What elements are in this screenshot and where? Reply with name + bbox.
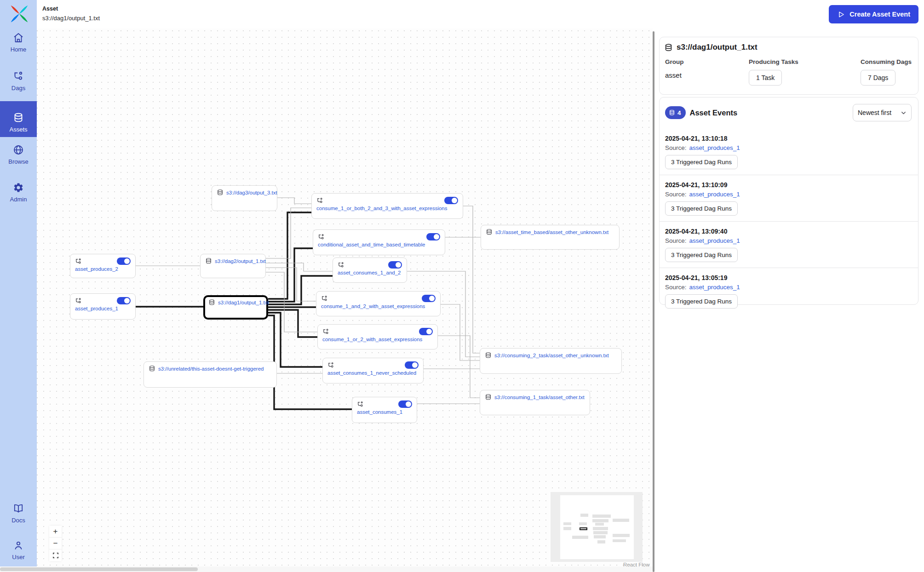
reactflow-attribution: React Flow: [623, 562, 650, 566]
graph-node-label[interactable]: asset_produces_2: [75, 266, 131, 272]
sidebar-item-label: Assets: [9, 126, 27, 133]
sidebar-item-browse[interactable]: Browse: [0, 141, 37, 165]
sidebar-item-dags[interactable]: Dags: [0, 67, 37, 92]
horizontal-scrollbar[interactable]: [0, 566, 653, 572]
asset-event-item: 2025-04-21, 13:10:18Source:asset_produce…: [660, 129, 918, 175]
graph-node-label[interactable]: s3://dag3/output_3.txt: [226, 190, 277, 195]
event-source-link[interactable]: asset_produces_1: [689, 191, 740, 198]
event-source-link[interactable]: asset_produces_1: [689, 284, 740, 291]
asset-details-panel: s3://dag1/output_1.txt GroupassetProduci…: [654, 29, 924, 572]
dag-pause-toggle[interactable]: [419, 328, 433, 335]
triggered-dag-runs-button[interactable]: 3 Triggered Dag Runs: [665, 294, 738, 309]
graph-node-label[interactable]: s3://asset_time_based/asset_other_unknow…: [495, 229, 608, 235]
details-value-button[interactable]: 7 Dags: [861, 70, 895, 86]
dag-pause-toggle[interactable]: [405, 361, 419, 369]
panel-resize-handle[interactable]: [653, 31, 654, 572]
minimap-node-consume-1-and-2: [593, 527, 608, 530]
asset-event-item: 2025-04-21, 13:10:09Source:asset_produce…: [660, 175, 918, 221]
dag-pause-toggle[interactable]: [426, 233, 440, 240]
graph-node-consuming-2-task-out[interactable]: s3://consuming_2_task/asset_other_unknow…: [480, 348, 622, 374]
event-timestamp: 2025-04-21, 13:09:40: [665, 227, 912, 236]
asset-events-title: Asset Events: [690, 109, 738, 117]
graph-node-asset-time-based-out[interactable]: s3://asset_time_based/asset_other_unknow…: [481, 225, 620, 250]
graph-node-asset-produces-2[interactable]: asset_produces_2: [70, 254, 136, 278]
toggle-knob: [124, 298, 130, 303]
minimap-node-dag2-output-1: [579, 522, 587, 526]
graph-edge-consume-1-and-2-to-consuming-2-task-out: [441, 304, 480, 360]
graph-node-label[interactable]: asset_consumes_1_never_scheduled: [327, 370, 419, 376]
graph-node-label[interactable]: s3://dag1/output_1.txt: [218, 300, 269, 305]
triggered-dag-runs-button[interactable]: 3 Triggered Dag Runs: [665, 201, 738, 216]
sidebar-item-assets[interactable]: Assets: [0, 101, 37, 137]
graph-node-label[interactable]: consume_1_or_2_with_asset_expressions: [322, 337, 433, 342]
graph-edge-dag1-output-1-to-consume-1-or-2: [268, 310, 317, 337]
zoom-out-button[interactable]: −: [49, 538, 62, 549]
graph-node-asset-consumes-1-never-scheduled[interactable]: asset_consumes_1_never_scheduled: [322, 358, 424, 383]
dag-pause-toggle[interactable]: [388, 261, 402, 269]
graph-node-consume-1-or-both-2-and-3[interactable]: consume_1_or_both_2_and_3_with_asset_exp…: [311, 193, 463, 219]
graph-node-label[interactable]: consume_1_and_2_with_asset_expressions: [321, 303, 436, 309]
graph-node-dag2-output-1[interactable]: s3://dag2/output_1.txt: [200, 254, 266, 278]
triggered-dag-runs-button[interactable]: 3 Triggered Dag Runs: [665, 248, 738, 262]
graph-node-label[interactable]: consume_1_or_both_2_and_3_with_asset_exp…: [316, 206, 458, 211]
asset-event-item: 2025-04-21, 13:05:19Source:asset_produce…: [660, 268, 918, 314]
graph-node-label[interactable]: s3://consuming_2_task/asset_other_unknow…: [494, 353, 609, 358]
dag-icon: [75, 297, 82, 304]
graph-node-asset-consumes-1-and-2[interactable]: asset_consumes_1_and_2: [333, 257, 407, 283]
graph-edge-dag3-output-3-to-consume-1-or-both-2-and-3: [277, 198, 311, 204]
event-source-link[interactable]: asset_produces_1: [689, 237, 740, 244]
graph-zoom-controls: + −: [49, 526, 62, 561]
graph-node-label[interactable]: conditional_asset_and_time_based_timetab…: [318, 242, 440, 247]
details-column-group: Groupasset: [665, 58, 749, 86]
horizontal-scrollbar-thumb[interactable]: [0, 567, 198, 571]
zoom-in-button[interactable]: +: [49, 526, 62, 538]
minimap-node-asset-consumes-1-and-2: [595, 523, 604, 526]
graph-node-label[interactable]: asset_produces_1: [75, 306, 131, 311]
graph-node-label[interactable]: asset_consumes_1_and_2: [338, 270, 402, 275]
sidebar-item-label: Admin: [10, 196, 27, 203]
details-column-consuming-dags: Consuming Dags7 Dags: [861, 58, 912, 86]
event-source-link[interactable]: asset_produces_1: [689, 144, 740, 151]
graph-node-dag1-output-1[interactable]: s3://dag1/output_1.txt: [203, 295, 268, 320]
database-icon: [205, 257, 212, 264]
sidebar-item-label: User: [12, 554, 24, 561]
dag-pause-toggle[interactable]: [422, 295, 436, 302]
sidebar-item-label: Dags: [11, 85, 25, 92]
graph-node-consuming-1-task-out[interactable]: s3://consuming_1_task/asset_other.txt: [480, 390, 590, 415]
dag-pause-toggle[interactable]: [398, 400, 412, 408]
page-header: Asset s3://dag1/output_1.txt Create Asse…: [37, 0, 924, 29]
dag-pause-toggle[interactable]: [444, 197, 458, 204]
graph-node-label[interactable]: s3://consuming_1_task/asset_other.txt: [494, 395, 585, 400]
graph-node-dag3-output-3[interactable]: s3://dag3/output_3.txt: [212, 185, 277, 211]
airflow-logo-icon[interactable]: [10, 4, 29, 23]
dag-pause-toggle[interactable]: [117, 257, 131, 265]
graph-node-label[interactable]: s3://dag2/output_1.txt: [215, 258, 266, 264]
sidebar-item-admin[interactable]: Admin: [0, 178, 37, 203]
sidebar-item-docs[interactable]: Docs: [0, 499, 37, 524]
graph-node-label[interactable]: s3://unrelated/this-asset-doesnt-get-tri…: [158, 366, 264, 372]
graph-node-consume-1-or-2[interactable]: consume_1_or_2_with_asset_expressions: [317, 324, 438, 349]
toggle-knob: [124, 258, 130, 264]
graph-node-conditional-asset-and-time-based-timetable[interactable]: conditional_asset_and_time_based_timetab…: [313, 229, 445, 255]
minimap-node-asset-produces-2: [563, 522, 571, 526]
triggered-dag-runs-button[interactable]: 3 Triggered Dag Runs: [665, 155, 738, 169]
events-sort-select[interactable]: Newest first: [853, 104, 912, 121]
dag-icon: [316, 197, 323, 204]
graph-node-asset-produces-1[interactable]: asset_produces_1: [70, 293, 136, 320]
graph-minimap[interactable]: [551, 492, 643, 562]
details-value-button[interactable]: 1 Task: [749, 70, 782, 86]
graph-node-consume-1-and-2[interactable]: consume_1_and_2_with_asset_expressions: [316, 291, 441, 316]
graph-node-asset-consumes-1[interactable]: asset_consumes_1: [352, 397, 417, 423]
fit-view-button[interactable]: [49, 549, 62, 561]
sidebar-item-label: Browse: [8, 158, 28, 165]
create-asset-event-button[interactable]: Create Asset Event: [829, 5, 918, 23]
minimap-node-consume-1-or-2: [593, 531, 608, 534]
graph-node-label[interactable]: asset_consumes_1: [357, 409, 412, 415]
sidebar-item-home[interactable]: Home: [0, 29, 37, 53]
lineage-graph-canvas[interactable]: s3://dag3/output_3.txtconsume_1_or_both_…: [37, 29, 653, 566]
asset-events-count: 4: [677, 109, 681, 116]
graph-node-unrelated-asset[interactable]: s3://unrelated/this-asset-doesnt-get-tri…: [143, 361, 277, 388]
dag-pause-toggle[interactable]: [117, 297, 131, 304]
play-icon: [837, 11, 845, 18]
sidebar-item-user[interactable]: User: [0, 536, 37, 561]
